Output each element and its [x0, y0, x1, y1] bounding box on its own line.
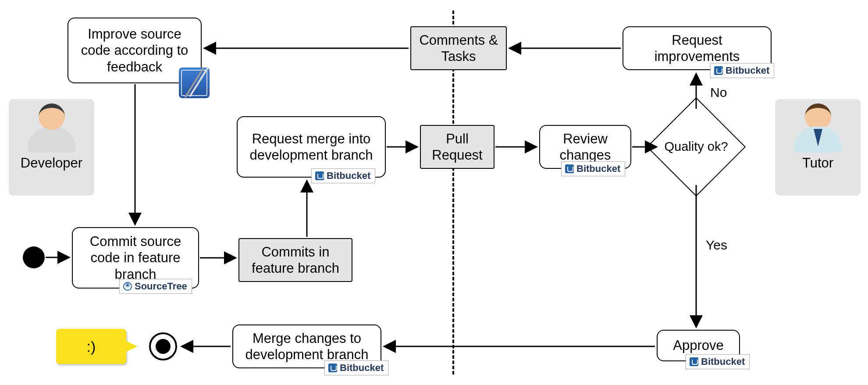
badge-bitbucket-reqimprove: Bitbucket	[710, 63, 774, 78]
developer-avatar-head	[39, 103, 65, 130]
badge-bitbucket-review: Bitbucket	[561, 161, 625, 176]
node-commit-text: Commit source code in feature branch	[81, 233, 190, 282]
badge-sourcetree: SourceTree	[119, 279, 192, 294]
bitbucket-label-2: Bitbucket	[576, 163, 620, 175]
badge-bitbucket-requestmerge: Bitbucket	[311, 168, 375, 183]
sourcetree-label: SourceTree	[135, 281, 187, 292]
bitbucket-label-5: Bitbucket	[340, 362, 384, 374]
end-node	[149, 332, 177, 360]
node-commits-object-text: Commits in feature branch	[247, 244, 344, 276]
node-pull-request-text: Pull Request	[429, 131, 486, 163]
decision-quality-ok: Quality ok?	[661, 112, 731, 182]
start-node	[23, 246, 45, 268]
edge-no: No	[710, 85, 727, 100]
tutor-label: Tutor	[775, 155, 861, 171]
badge-bitbucket-approve: Bitbucket	[686, 354, 750, 369]
sourcetree-icon	[123, 282, 132, 291]
speech-text: :)	[87, 338, 96, 355]
developer-avatar-body	[28, 126, 76, 153]
node-commits-object: Commits in feature branch	[238, 238, 352, 282]
node-request-improvements-text: Request improvements	[631, 32, 763, 64]
node-request-merge-text: Request merge into development branch	[245, 131, 377, 163]
node-approve-text: Approve	[673, 337, 723, 353]
bitbucket-icon	[315, 171, 324, 180]
node-review-changes-text: Review changes	[548, 131, 623, 163]
edge-yes: Yes	[706, 238, 727, 253]
bitbucket-label-1: Bitbucket	[327, 170, 370, 182]
bitbucket-icon	[328, 364, 337, 372]
bitbucket-icon	[690, 357, 698, 366]
node-comments-tasks-text: Comments & Tasks	[419, 32, 498, 64]
tutor-avatar-head	[805, 103, 831, 130]
actor-tutor: Tutor	[775, 99, 861, 196]
node-merge-text: Merge changes to development branch	[241, 330, 373, 363]
decision-label: Quality ok?	[661, 112, 731, 182]
developer-label: Developer	[9, 155, 94, 171]
bitbucket-label-3: Bitbucket	[726, 65, 769, 76]
bitbucket-label-4: Bitbucket	[701, 356, 745, 367]
bitbucket-icon	[565, 164, 574, 173]
xcode-icon	[179, 68, 210, 98]
node-comments-tasks: Comments & Tasks	[410, 26, 507, 70]
bitbucket-icon	[714, 66, 723, 75]
badge-bitbucket-merge: Bitbucket	[324, 360, 388, 375]
speech-bubble: :)	[56, 329, 126, 364]
actor-developer: Developer	[9, 99, 94, 196]
workflow-diagram: Developer Tutor Improve source code acco…	[0, 0, 868, 385]
tutor-avatar-body	[794, 126, 842, 153]
node-pull-request: Pull Request	[420, 125, 494, 169]
node-improve-text: Improve source code according to feedbac…	[76, 26, 193, 75]
